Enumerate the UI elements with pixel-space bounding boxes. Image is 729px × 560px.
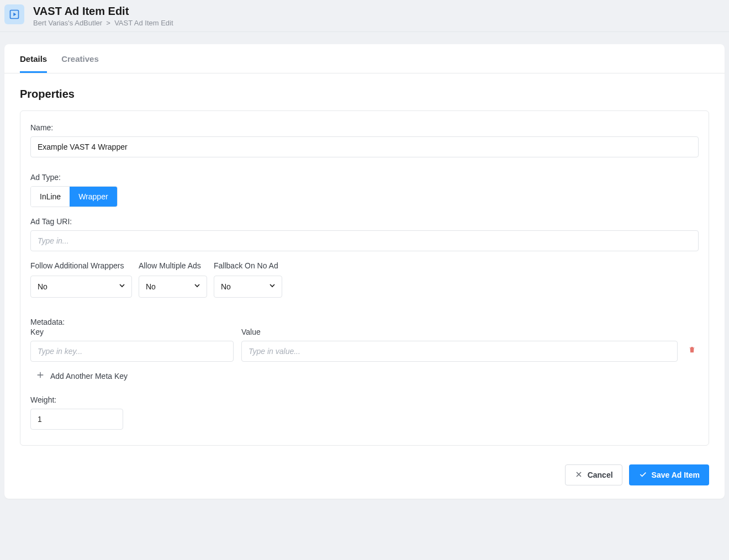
section-properties-title: Properties (4, 73, 725, 110)
plus-icon (36, 371, 45, 381)
trash-icon (688, 345, 696, 356)
adtype-group: Ad Type: InLine Wrapper (30, 173, 699, 207)
adtype-segmented: InLine Wrapper (30, 186, 118, 207)
breadcrumb: Bert Varias's AdButler > VAST Ad Item Ed… (33, 19, 173, 27)
fallback-label: Fallback On No Ad (214, 261, 282, 270)
close-icon (574, 470, 583, 480)
meta-row (30, 341, 699, 362)
adtype-inline-button[interactable]: InLine (31, 187, 70, 207)
options-row: Follow Additional Wrappers No Allow Mult… (30, 261, 699, 298)
allow-col: Allow Multiple Ads No (139, 261, 207, 298)
metadata-label: Metadata: (30, 318, 699, 326)
allow-label: Allow Multiple Ads (139, 261, 207, 270)
tab-details[interactable]: Details (20, 44, 47, 73)
vast-icon (4, 4, 24, 24)
fallback-col: Fallback On No Ad No (214, 261, 282, 298)
allow-select[interactable]: No (139, 276, 207, 298)
delete-meta-button[interactable] (685, 345, 699, 362)
save-label: Save Ad Item (652, 471, 700, 479)
adtype-label: Ad Type: (30, 173, 699, 182)
key-label: Key (30, 327, 234, 336)
cancel-button[interactable]: Cancel (565, 464, 622, 485)
name-group: Name: (30, 123, 699, 157)
add-meta-button[interactable]: Add Another Meta Key (30, 371, 699, 381)
adtag-input[interactable] (30, 230, 699, 251)
weight-input[interactable] (30, 409, 123, 430)
main-card: Details Creatives Properties Name: Ad Ty… (4, 44, 725, 499)
page-title: VAST Ad Item Edit (33, 4, 173, 18)
check-icon (638, 470, 647, 480)
follow-col: Follow Additional Wrappers No (30, 261, 132, 298)
breadcrumb-current: VAST Ad Item Edit (114, 19, 173, 27)
adtype-wrapper-button[interactable]: Wrapper (70, 187, 117, 207)
name-input[interactable] (30, 136, 699, 157)
follow-label: Follow Additional Wrappers (30, 261, 132, 270)
meta-key-input[interactable] (30, 341, 234, 362)
breadcrumb-separator: > (106, 19, 110, 27)
name-label: Name: (30, 123, 699, 132)
adtag-group: Ad Tag URI: (30, 217, 699, 251)
add-meta-label: Add Another Meta Key (50, 372, 128, 381)
tabs: Details Creatives (4, 44, 725, 73)
value-label: Value (241, 327, 678, 336)
fallback-select[interactable]: No (214, 276, 282, 298)
metadata-group: Metadata: Key Value (30, 318, 699, 381)
meta-value-input[interactable] (241, 341, 678, 362)
footer: Cancel Save Ad Item (4, 460, 725, 499)
weight-label: Weight: (30, 395, 699, 404)
follow-select[interactable]: No (30, 276, 132, 298)
tab-creatives[interactable]: Creatives (61, 44, 99, 73)
adtag-label: Ad Tag URI: (30, 217, 699, 226)
cancel-label: Cancel (588, 471, 613, 479)
save-button[interactable]: Save Ad Item (629, 464, 709, 485)
weight-group: Weight: (30, 395, 699, 430)
page-header: VAST Ad Item Edit Bert Varias's AdButler… (0, 0, 729, 32)
breadcrumb-parent[interactable]: Bert Varias's AdButler (33, 19, 102, 27)
properties-panel: Name: Ad Type: InLine Wrapper Ad Tag URI… (20, 110, 709, 446)
